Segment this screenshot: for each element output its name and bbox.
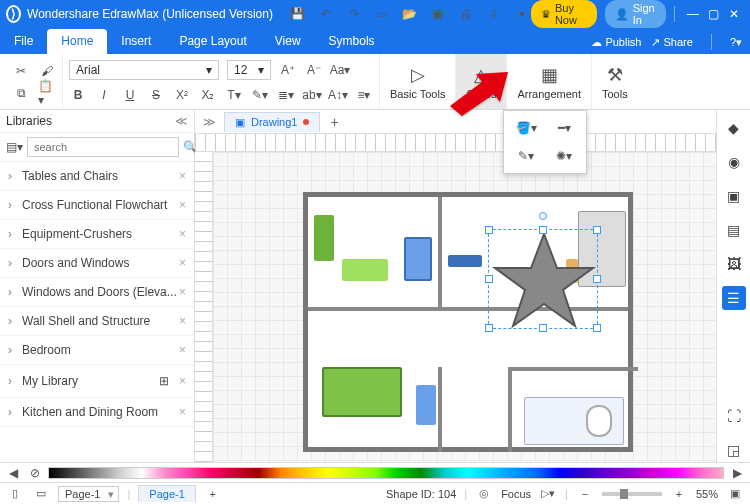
zoom-slider[interactable] <box>602 492 662 496</box>
window-close-button[interactable]: ✕ <box>724 7 744 21</box>
horizontal-ruler[interactable] <box>195 134 716 152</box>
italic-icon[interactable]: I <box>95 86 113 104</box>
resize-handle[interactable] <box>539 226 547 234</box>
add-page-button[interactable]: + <box>204 485 222 503</box>
close-icon[interactable]: × <box>179 343 186 357</box>
resize-handle[interactable] <box>593 324 601 332</box>
library-category[interactable]: ›Bedroom× <box>0 336 194 365</box>
subscript-icon[interactable]: X₂ <box>199 86 217 104</box>
strike-icon[interactable]: S <box>147 86 165 104</box>
slide-view-icon[interactable]: ▭ <box>32 485 50 503</box>
resize-handle[interactable] <box>485 324 493 332</box>
window-minimize-button[interactable]: — <box>683 7 703 21</box>
line-color-option[interactable]: ✎▾ <box>510 145 542 167</box>
menu-home[interactable]: Home <box>47 29 107 54</box>
zoom-out-button[interactable]: − <box>576 485 594 503</box>
share-button[interactable]: ↗ Share <box>651 36 692 49</box>
swatch-right-button[interactable]: ▶ <box>728 464 746 482</box>
focus-icon[interactable]: ◎ <box>475 485 493 503</box>
library-menu-icon[interactable]: ▤▾ <box>6 138 23 156</box>
close-icon[interactable]: × <box>179 256 186 270</box>
star-shape[interactable] <box>489 230 599 330</box>
spacing-icon[interactable]: ab▾ <box>303 86 321 104</box>
presentation-icon[interactable]: ▷▾ <box>539 485 557 503</box>
font-size-dropdown[interactable]: 12▾ <box>227 60 271 80</box>
menu-insert[interactable]: Insert <box>107 29 165 54</box>
page-setup-button[interactable]: ▤ <box>722 218 746 242</box>
shape-format-button[interactable]: ◉ <box>722 150 746 174</box>
help-button[interactable]: ?▾ <box>730 36 742 49</box>
selection-box[interactable] <box>488 229 598 329</box>
library-category[interactable]: ›Doors and Windows× <box>0 249 194 278</box>
superscript-icon[interactable]: X² <box>173 86 191 104</box>
search-input[interactable] <box>27 137 179 157</box>
fit-page-button[interactable]: ▣ <box>726 485 744 503</box>
paste-icon[interactable]: 📋▾ <box>38 84 56 102</box>
increase-font-icon[interactable]: A⁺ <box>279 61 297 79</box>
library-category[interactable]: ›Windows and Doors (Eleva...× <box>0 278 194 307</box>
properties-button[interactable]: ☰ <box>722 286 746 310</box>
close-icon[interactable]: × <box>179 314 186 328</box>
image-button[interactable]: 🖼 <box>722 252 746 276</box>
export-icon[interactable]: ⇩ <box>485 5 503 23</box>
window-maximize-button[interactable]: ▢ <box>703 7 723 21</box>
drawing-canvas[interactable] <box>213 152 716 462</box>
add-tab-button[interactable]: + <box>324 112 344 132</box>
no-fill-icon[interactable]: ⊘ <box>26 464 44 482</box>
open-icon[interactable]: 📂 <box>401 5 419 23</box>
focus-label[interactable]: Focus <box>501 488 531 500</box>
copy-icon[interactable]: ⧉ <box>12 84 30 102</box>
underline-icon[interactable]: U <box>121 86 139 104</box>
page-tab[interactable]: Page-1 <box>138 485 195 502</box>
navigator-button[interactable]: ◲ <box>722 438 746 462</box>
resize-handle[interactable] <box>539 324 547 332</box>
vertical-ruler[interactable] <box>195 152 213 462</box>
bullets-icon[interactable]: ≣▾ <box>277 86 295 104</box>
library-category[interactable]: ›Tables and Chairs× <box>0 162 194 191</box>
align-icon[interactable]: ≡▾ <box>355 86 373 104</box>
theme-button[interactable]: ◆ <box>722 116 746 140</box>
arrangement-group[interactable]: ▦ Arrangement <box>507 54 592 109</box>
resize-handle[interactable] <box>485 226 493 234</box>
shadow-option[interactable]: ✺▾ <box>548 145 580 167</box>
library-category[interactable]: ›Wall Shell and Structure× <box>0 307 194 336</box>
change-case-icon[interactable]: Aa▾ <box>331 61 349 79</box>
line-style-option[interactable]: ━▾ <box>548 117 580 139</box>
text-direction-icon[interactable]: A↕▾ <box>329 86 347 104</box>
swatch-left-button[interactable]: ◀ <box>4 464 22 482</box>
publish-button[interactable]: ☁ Publish <box>591 36 641 49</box>
print-icon[interactable]: 🖨 <box>457 5 475 23</box>
buy-now-button[interactable]: ♛Buy Now <box>531 0 597 28</box>
close-icon[interactable]: × <box>179 374 186 388</box>
expand-sidebar-button[interactable]: ≫ <box>199 115 220 129</box>
menu-symbols[interactable]: Symbols <box>315 29 389 54</box>
zoom-fit-button[interactable]: ⛶ <box>722 404 746 428</box>
close-icon[interactable]: × <box>179 285 186 299</box>
highlight-icon[interactable]: ✎▾ <box>251 86 269 104</box>
rotate-handle[interactable] <box>539 212 547 220</box>
library-category[interactable]: ›My Library⊞× <box>0 365 194 398</box>
decrease-font-icon[interactable]: A⁻ <box>305 61 323 79</box>
save-as-icon[interactable]: ▣ <box>429 5 447 23</box>
font-name-dropdown[interactable]: Arial▾ <box>69 60 219 80</box>
cut-icon[interactable]: ✂ <box>12 62 30 80</box>
page-selector[interactable]: Page-1 <box>58 486 119 502</box>
collapse-sidebar-button[interactable]: ≪ <box>175 114 188 128</box>
bold-icon[interactable]: B <box>69 86 87 104</box>
color-swatches[interactable] <box>48 467 724 479</box>
close-icon[interactable]: × <box>179 169 186 183</box>
outline-view-icon[interactable]: ▯ <box>6 485 24 503</box>
zoom-in-button[interactable]: + <box>670 485 688 503</box>
resize-handle[interactable] <box>593 226 601 234</box>
format-painter-icon[interactable]: 🖌 <box>38 62 56 80</box>
redo-icon[interactable]: ↷ <box>345 5 363 23</box>
new-icon[interactable]: ▭ <box>373 5 391 23</box>
close-icon[interactable]: × <box>179 198 186 212</box>
document-tab[interactable]: ▣ Drawing1 <box>224 112 320 132</box>
undo-icon[interactable]: ↶ <box>317 5 335 23</box>
resize-handle[interactable] <box>485 275 493 283</box>
menu-file[interactable]: File <box>0 29 47 54</box>
resize-handle[interactable] <box>593 275 601 283</box>
menu-page-layout[interactable]: Page Layout <box>165 29 260 54</box>
sign-in-button[interactable]: 👤Sign In <box>605 0 666 28</box>
